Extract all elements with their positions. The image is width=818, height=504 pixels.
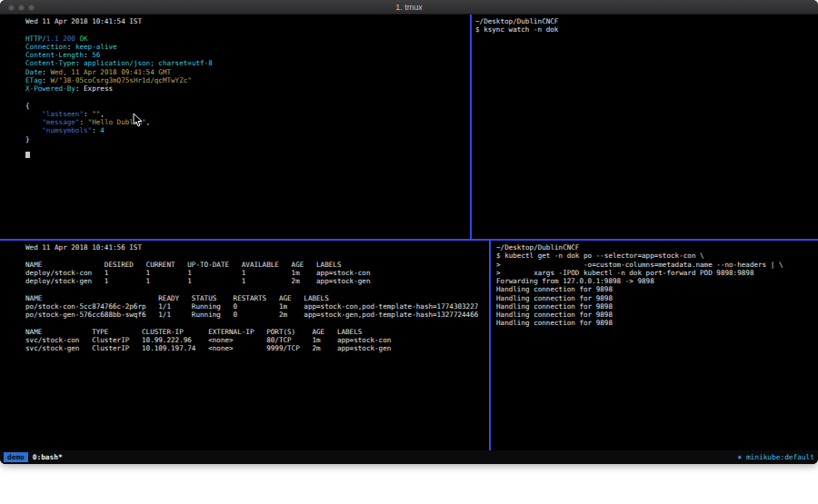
terminal-line: Wed 11 Apr 2018 10:41:54 IST	[25, 17, 468, 25]
tmux-pane-border-horizontal[interactable]	[0, 239, 818, 241]
terminal-line: $ ksync watch -n dok	[475, 25, 818, 34]
window-titlebar: 1. tmux	[0, 0, 818, 15]
terminal-line: Handling connection for 9898	[496, 302, 818, 311]
terminal-line: Wed 11 Apr 2018 10:41:56 IST	[25, 243, 489, 252]
terminal-line: deploy/stock-con 1 1 1 1 1m app=stock-co…	[25, 269, 489, 277]
terminal-line	[25, 143, 468, 152]
terminal-line: po/stock-gen-576cc688bb-swqf6 1/1 Runnin…	[25, 311, 489, 319]
terminal-line: Connection: keep-alive	[25, 43, 468, 51]
terminal-line: NAME DESIRED CURRENT UP-TO-DATE AVAILABL…	[25, 261, 489, 269]
terminal-line: Date: Wed, 11 Apr 2018 09:41:54 GMT	[25, 68, 468, 76]
terminal-line: svc/stock-gen ClusterIP 10.109.197.74 <n…	[25, 344, 489, 352]
terminal-line: HTTP/1.1 200 OK	[25, 35, 468, 43]
terminal-line: deploy/stock-gen 1 1 1 1 2m app=stock-ge…	[25, 277, 489, 285]
terminal-line	[25, 25, 468, 34]
terminal-line: Handling connection for 9898	[496, 285, 818, 293]
pane-top-right-ksync[interactable]: ~/Desktop/DublinCNCF$ ksync watch -n dok	[472, 15, 818, 239]
minimize-button[interactable]	[18, 5, 25, 11]
window-title: 1. tmux	[395, 3, 423, 12]
terminal-line: X-Powered-By: Express	[25, 84, 468, 93]
mouse-cursor	[133, 114, 143, 127]
tmux-pane-border-vertical-top[interactable]	[470, 15, 472, 239]
tmux-status-bar: demo 0:bash* ⎈ minikube:default	[0, 450, 818, 464]
pane-bottom-left-kubectl-get[interactable]: Wed 11 Apr 2018 10:41:56 IST NAME DESIRE…	[0, 241, 489, 450]
tmux-pane-border-vertical-bottom[interactable]	[489, 241, 491, 450]
terminal-line	[25, 252, 489, 260]
terminal-line: "lastseen": "",	[25, 110, 468, 118]
terminal-line	[25, 319, 489, 327]
close-button[interactable]	[8, 5, 15, 11]
terminal-line	[25, 285, 489, 293]
terminal-line: ETag: W/"38-05coCsrg3mQ75sHr1d/qcMTwYZc"	[25, 76, 468, 84]
terminal-line: Content-Length: 56	[25, 51, 468, 59]
tmux-window-label[interactable]: 0:bash*	[33, 453, 63, 461]
terminal-line: Handling connection for 9898	[496, 294, 818, 302]
terminal-line: Content-Type: application/json; charset=…	[25, 59, 468, 67]
pane-bottom-right-port-forward[interactable]: ~/Desktop/DublinCNCF$ kubectl get -n dok…	[491, 241, 818, 450]
terminal-cursor	[25, 152, 30, 158]
terminal-line: svc/stock-con ClusterIP 10.99.222.96 <no…	[25, 336, 489, 344]
terminal-line: "message": "Hello Dublin",	[25, 118, 468, 126]
terminal-line	[25, 93, 468, 101]
terminal-line: }	[25, 135, 468, 143]
terminal-line: "numsymbols": 4	[25, 126, 468, 134]
zoom-button[interactable]	[28, 5, 35, 11]
terminal-line: Forwarding from 127.0.0.1:9898 -> 9898	[496, 277, 818, 285]
terminal-line: {	[25, 102, 468, 110]
terminal-line: > xargs -IPOD kubectl -n dok port-forwar…	[496, 269, 818, 277]
terminal-line: Handling connection for 9898	[496, 311, 818, 319]
tmux-terminal: Wed 11 Apr 2018 10:41:54 IST HTTP/1.1 20…	[0, 15, 818, 450]
terminal-line	[25, 152, 468, 160]
terminal-window: 1. tmux Wed 11 Apr 2018 10:41:54 IST HTT…	[0, 0, 818, 464]
pane-top-left-http-output[interactable]: Wed 11 Apr 2018 10:41:54 IST HTTP/1.1 20…	[0, 15, 470, 239]
terminal-line: po/stock-con-5cc874766c-2p6rp 1/1 Runnin…	[25, 302, 489, 311]
terminal-line: NAME TYPE CLUSTER-IP EXTERNAL-IP PORT(S)…	[25, 328, 489, 336]
tmux-session-name: demo	[4, 452, 28, 462]
terminal-line: Handling connection for 9898	[496, 319, 818, 327]
terminal-line: NAME READY STATUS RESTARTS AGE LABELS	[25, 294, 489, 302]
terminal-line: ~/Desktop/DublinCNCF	[475, 17, 818, 25]
terminal-line: ~/Desktop/DublinCNCF	[496, 243, 818, 252]
terminal-line: $ kubectl get -n dok po --selector=app=s…	[496, 252, 818, 260]
traffic-lights	[8, 5, 35, 11]
tmux-status-right-kube-context: ⎈ minikube:default	[738, 453, 815, 461]
terminal-line: > -o=custom-columns=metadata.name --no-h…	[496, 261, 818, 269]
